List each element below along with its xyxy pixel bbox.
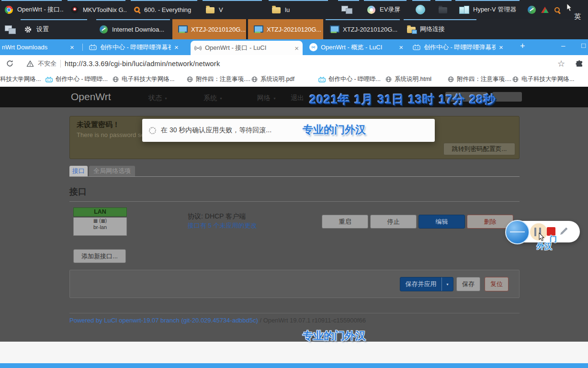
tab-global-network-options[interactable]: 全局网络选项 bbox=[89, 166, 135, 176]
window-maximize-button[interactable]: □ bbox=[581, 41, 586, 49]
close-icon[interactable]: × bbox=[499, 44, 503, 51]
watermark-char: 外汉 bbox=[537, 242, 552, 252]
security-indicator[interactable]: 不安全 http://3.3.3.69/cgi-bin/luci/admin/n… bbox=[26, 55, 220, 72]
bookmark-item[interactable]: 科技大学网络... bbox=[0, 72, 41, 87]
auto-refresh-button[interactable] bbox=[492, 92, 522, 102]
alert-title: 未设置密码！ bbox=[77, 120, 120, 129]
menu-system[interactable]: 系统 ▼ bbox=[204, 94, 223, 103]
taskbar-item-ev-recorder[interactable]: EV录屏 bbox=[362, 0, 408, 19]
taskbar-item-network-computers-cut[interactable] bbox=[0, 19, 16, 39]
taskbar-item-label: XTZJ-20210120G... bbox=[343, 26, 397, 33]
reload-button[interactable] bbox=[6, 55, 14, 72]
taskbar-item-folder-lu[interactable]: lu bbox=[267, 0, 329, 19]
bookmark-item[interactable]: 附件四：注意事项.... bbox=[187, 72, 250, 87]
watermark-text: 专业的门外汉 bbox=[303, 329, 366, 343]
bookmark-item[interactable]: 电子科技大学网络... bbox=[512, 72, 574, 87]
taskbar-item-label: EV录屏 bbox=[380, 5, 400, 14]
datetime-overlay: 2021年 1月 31日 13时 17分 28秒 bbox=[309, 92, 496, 107]
taskbar-item-xtzj-2[interactable]: XTZJ-20210120G... bbox=[248, 19, 323, 39]
ime-indicator[interactable]: 英 bbox=[574, 12, 581, 21]
taskbar-row-2: 设置 Internet Downloa... XTZJ-20210120G...… bbox=[0, 19, 588, 39]
new-tab-button[interactable]: + bbox=[520, 41, 525, 51]
warning-triangle-icon bbox=[26, 60, 34, 68]
save-apply-button[interactable]: 保存并应用 ▼ bbox=[400, 277, 453, 291]
bilibili-icon bbox=[413, 44, 420, 50]
tray-search-icon[interactable] bbox=[553, 5, 561, 14]
chevron-down-icon: ▼ bbox=[219, 97, 223, 100]
add-interface-button[interactable]: 添加新接口... bbox=[73, 249, 126, 263]
url-text[interactable]: http://3.3.3.69/cgi-bin/luci/admin/netwo… bbox=[65, 60, 220, 68]
taskbar-item-everything[interactable]: 600. - Everything bbox=[129, 0, 199, 19]
library-folder-icon bbox=[439, 7, 447, 13]
taskbar-item-openwrt-browser[interactable]: OpenWrt - 接口... bbox=[0, 0, 63, 19]
restart-button[interactable]: 重启 bbox=[322, 215, 368, 229]
extension-button[interactable] bbox=[576, 55, 583, 72]
menu-logout[interactable]: 退出 bbox=[291, 94, 304, 103]
bookmark-label: 附件四：注意事项.... bbox=[457, 75, 511, 83]
taskbar-item-idm[interactable]: Internet Downloa... bbox=[95, 19, 171, 39]
bookmark-item[interactable]: 附件四：注意事项.... bbox=[448, 72, 511, 87]
bookmark-item[interactable]: 系统说明.html bbox=[385, 72, 431, 87]
browser-tab-luci-interfaces[interactable]: OpenWrt - 接口 - LuCI × bbox=[191, 41, 303, 55]
luci-logo[interactable]: OpenWrt bbox=[71, 91, 111, 103]
go-to-password-button[interactable]: 跳转到密码配置页... bbox=[443, 143, 515, 155]
computer-icon bbox=[253, 25, 262, 34]
divider bbox=[60, 60, 61, 68]
bilibili-icon bbox=[89, 44, 97, 50]
bookmark-item[interactable]: 电子科技大学网络... bbox=[113, 72, 174, 87]
bilibili-icon bbox=[45, 77, 53, 82]
tray-mountain-icon[interactable] bbox=[541, 6, 549, 13]
globe-icon bbox=[448, 76, 454, 82]
browser-tab-bilibili-2[interactable]: 创作中心 - 哔哩哔哩弹幕视频 × bbox=[409, 39, 513, 55]
bookmark-item[interactable]: 创作中心 - 哔哩哔... bbox=[318, 72, 381, 87]
close-icon[interactable]: × bbox=[294, 45, 299, 52]
chevron-down-icon[interactable]: ▼ bbox=[441, 277, 453, 291]
reset-button[interactable]: 复位 bbox=[485, 277, 509, 291]
tab-interfaces[interactable]: 接口 bbox=[69, 166, 88, 176]
recorder-logo-button[interactable] bbox=[505, 220, 530, 244]
taskbar-item-label: Hyper-V 管理器 bbox=[473, 5, 516, 14]
bookmark-item[interactable]: 创作中心 - 哔哩哔... bbox=[45, 72, 108, 87]
browser-tab-downloads[interactable]: nWrt Downloads × bbox=[0, 39, 80, 55]
taskbar-item-settings[interactable]: 设置 bbox=[19, 19, 89, 39]
window-bottom-edge bbox=[0, 363, 588, 368]
edit-button[interactable]: 编辑 bbox=[418, 215, 465, 229]
browser-toolbar: 不安全 http://3.3.3.69/cgi-bin/luci/admin/n… bbox=[0, 55, 588, 72]
taskbar-item-label: 网络连接 bbox=[420, 25, 445, 34]
browser-tab-luci-overview[interactable]: OpenWrt - 概览 - LuCI × bbox=[305, 39, 407, 55]
taskbar-item-xtzj-1[interactable]: XTZJ-20210120G... bbox=[172, 19, 247, 39]
taskbar-item-xtzj-3[interactable]: XTZJ-20210120G... bbox=[324, 19, 401, 39]
bookmark-item[interactable]: 系统说明.pdf bbox=[251, 72, 294, 87]
section-divider bbox=[69, 201, 520, 202]
footer-link[interactable]: Powered by LuCI openwrt-19.07 branch (gi… bbox=[69, 317, 258, 324]
tab-title: 创作中心 - 哔哩哔哩弹幕视频 bbox=[100, 43, 171, 52]
stop-button[interactable]: 停止 bbox=[370, 215, 417, 229]
save-button[interactable]: 保存 bbox=[456, 277, 480, 291]
tab-title: 创作中心 - 哔哩哔哩弹幕视频 bbox=[424, 43, 496, 52]
taskbar-row-1: OpenWrt - 接口... MKVToolNix G... 600. - E… bbox=[0, 0, 588, 19]
tray-idm-icon[interactable] bbox=[527, 5, 536, 14]
close-icon[interactable]: × bbox=[174, 44, 179, 51]
taskbar-item-label: Internet Downloa... bbox=[112, 26, 164, 33]
taskbar-item-mkvtoolnix[interactable]: MKVToolNix G... bbox=[66, 0, 127, 19]
pencil-icon[interactable] bbox=[558, 225, 570, 237]
taskbar-item-computers[interactable] bbox=[337, 0, 361, 19]
pending-changes-link[interactable]: 接口有 5 个未应用的更改 bbox=[188, 221, 257, 230]
network-folder-icon bbox=[407, 27, 416, 33]
taskbar-item-atom-app[interactable] bbox=[411, 0, 432, 19]
taskbar-item-label: 设置 bbox=[36, 25, 49, 34]
menu-status[interactable]: 状态 ▼ bbox=[148, 94, 168, 103]
taskbar-item-hyperv[interactable]: Hyper-V 管理器 bbox=[454, 0, 521, 19]
pause-icon[interactable] bbox=[534, 228, 536, 236]
bookmark-star-button[interactable]: ☆ bbox=[557, 55, 565, 72]
window-minimize-button[interactable]: – bbox=[561, 41, 565, 49]
close-icon[interactable]: × bbox=[70, 44, 74, 51]
taskbar-item-dark-folder[interactable] bbox=[434, 0, 453, 19]
taskbar-item-folder-v[interactable]: V bbox=[201, 0, 263, 19]
ev-recorder-icon bbox=[367, 6, 375, 14]
browser-tab-bilibili-1[interactable]: 创作中心 - 哔哩哔哩弹幕视频 × bbox=[85, 39, 188, 55]
device-name: br-lan bbox=[74, 224, 126, 230]
taskbar-item-network-connections[interactable]: 网络连接 bbox=[402, 19, 478, 39]
close-icon[interactable]: × bbox=[399, 44, 403, 51]
menu-network[interactable]: 网络 ▼ bbox=[257, 94, 276, 103]
